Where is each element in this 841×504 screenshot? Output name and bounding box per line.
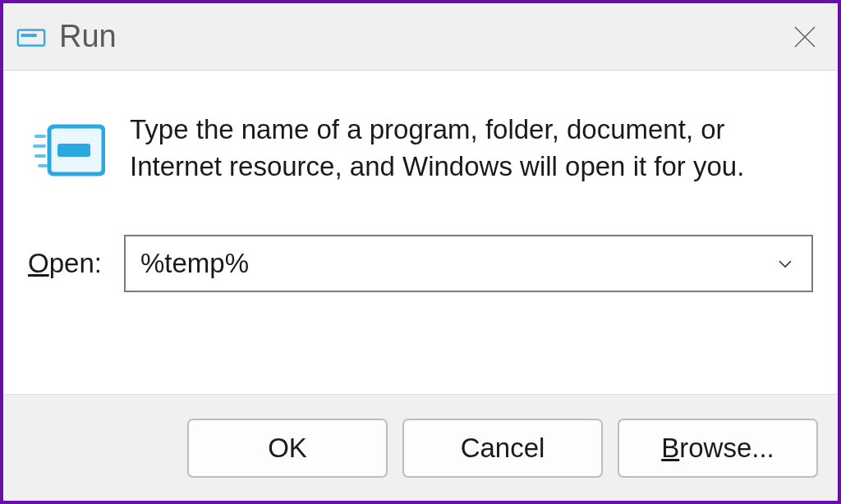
dialog-title: Run <box>59 19 117 54</box>
dialog-content: Type the name of a program, folder, docu… <box>3 71 838 394</box>
run-dialog: Run Type th <box>0 0 841 504</box>
run-icon-large <box>33 115 105 187</box>
info-row: Type the name of a program, folder, docu… <box>28 112 813 187</box>
ok-button-label: OK <box>268 433 307 464</box>
open-label: Open: <box>28 248 106 279</box>
browse-button-label: Browse... <box>661 433 774 464</box>
cancel-button-label: Cancel <box>461 433 545 464</box>
close-icon <box>792 24 818 50</box>
open-input-value: %temp% <box>140 248 774 279</box>
open-combobox[interactable]: %temp% <box>124 235 813 292</box>
dialog-footer: OK Cancel Browse... <box>3 394 838 501</box>
run-icon <box>15 21 48 53</box>
titlebar: Run <box>3 3 838 71</box>
svg-rect-1 <box>21 34 37 37</box>
svg-rect-8 <box>57 144 90 157</box>
cancel-button[interactable]: Cancel <box>402 419 603 478</box>
dialog-description: Type the name of a program, folder, docu… <box>130 112 813 185</box>
chevron-down-icon[interactable] <box>774 252 797 275</box>
input-row: Open: %temp% <box>28 235 813 292</box>
close-button[interactable] <box>787 19 823 55</box>
ok-button[interactable]: OK <box>187 419 388 478</box>
browse-button[interactable]: Browse... <box>618 419 818 478</box>
svg-rect-0 <box>18 30 44 45</box>
